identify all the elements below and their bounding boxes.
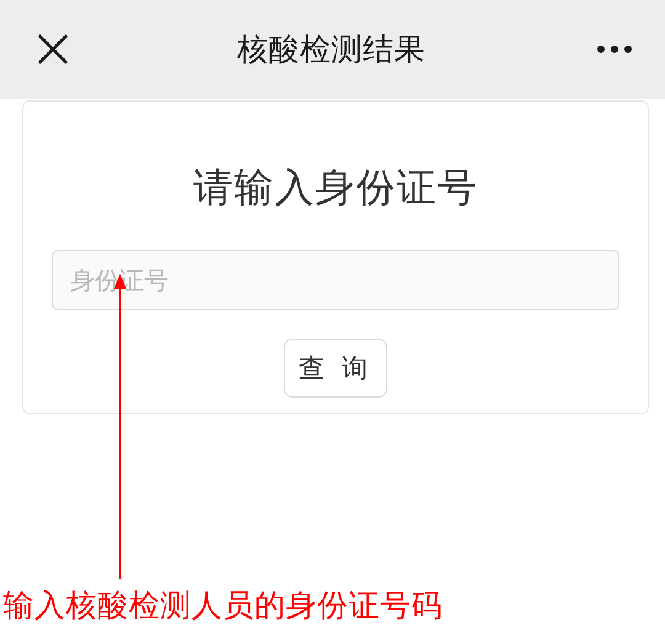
query-card: 请输入身份证号 查 询 — [22, 100, 649, 414]
id-number-input[interactable] — [52, 250, 619, 310]
more-icon[interactable] — [591, 33, 638, 65]
annotation-text: 输入核酸检测人员的身份证号码 — [3, 585, 443, 626]
page-title: 核酸检测结果 — [237, 29, 425, 70]
card-heading: 请输入身份证号 — [193, 161, 478, 214]
close-icon[interactable] — [34, 31, 71, 68]
header-bar: 核酸检测结果 — [0, 0, 665, 99]
query-button[interactable]: 查 询 — [284, 339, 387, 398]
